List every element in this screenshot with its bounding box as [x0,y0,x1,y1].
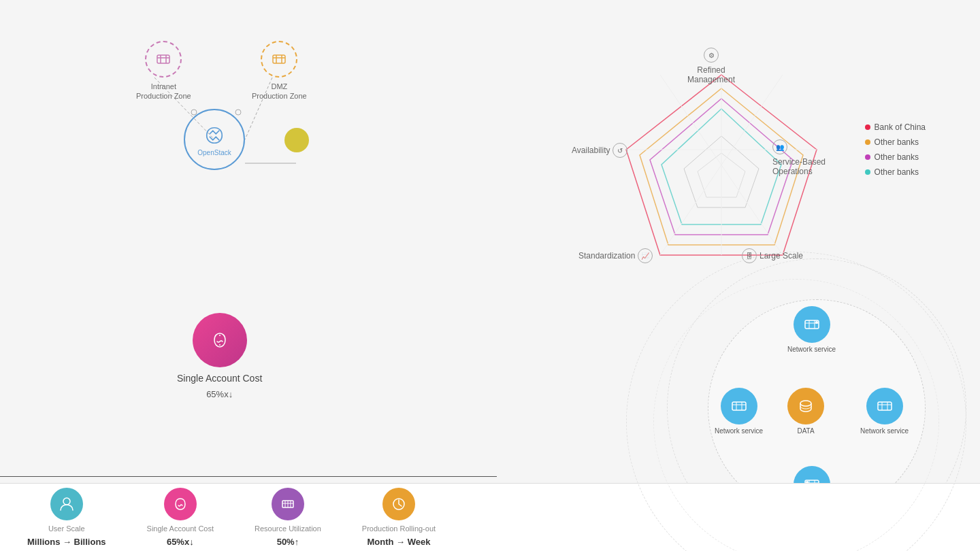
legend-label-other2: Other banks [875,152,919,162]
stat-icon-prod [382,488,415,520]
radar-label-left: Availability ↺ [572,143,627,158]
service-label-right: Network service [860,427,909,435]
radar-label-top: ⚙ RefinedManagement [687,48,735,84]
legend-other-1: Other banks [865,137,926,147]
openstack-node: OpenStack [184,109,245,170]
legend-dot-boc [865,124,870,130]
stat-resource-util: Resource Utilization 50%↑ [255,488,321,547]
service-ops-icon: 👥 [772,139,787,154]
dmz-node: DMZProduction Zone [252,41,307,101]
legend-label-boc: Bank of China [875,122,926,132]
service-icon-center [787,388,824,424]
service-label-top: Network service [787,346,836,353]
service-node-right: Network service [860,388,909,435]
cost-icon-circle [193,313,247,367]
service-node-left: Network service [715,388,763,435]
dmz-circle [261,41,297,78]
cost-section: Single Account Cost 65%x↓ [177,313,262,399]
yellow-dot [284,128,309,152]
svg-point-24 [63,498,70,505]
stat-label-user-scale: User Scale [48,524,85,533]
stat-value-user-scale: Millions → Billions [27,537,106,547]
stat-icon-user-scale [50,488,83,520]
legend-dot-other3 [865,169,870,175]
large-scale-icon: 🗄 [742,248,757,263]
legend-label-other3: Other banks [875,167,919,177]
legend-bank-of-china: Bank of China [865,122,926,132]
legend-dot-other1 [865,139,870,145]
svg-rect-6 [273,55,285,63]
stat-label-prod: Production Rolling-out [362,524,436,533]
radar-legend: Bank of China Other banks Other banks Ot… [865,122,926,177]
stat-label-resource: Resource Utilization [255,524,321,533]
service-icon-left [721,388,757,424]
svg-point-18 [815,321,818,324]
radar-section: ⚙ RefinedManagement Availability ↺ 👥 Ser… [572,41,926,299]
openstack-circle: OpenStack [184,109,245,170]
cost-label: Single Account Cost [177,373,262,384]
service-node-center: DATA [787,388,824,435]
service-label-left: Network service [715,427,763,435]
availability-label: Availability [572,146,610,155]
intranet-node: IntranetProduction Zone [136,41,191,101]
stat-prod-rolling: Production Rolling-out Month → Week [362,488,436,547]
radar-label-bottom-left: Standardization 📈 [578,248,653,263]
service-icon-top [794,306,830,343]
legend-other-3: Other banks [865,167,926,177]
availability-icon: ↺ [612,143,627,158]
service-icon-right [866,388,903,424]
svg-point-20 [800,401,811,406]
stat-user-scale: User Scale Millions → Billions [27,488,106,547]
stats-bar: User Scale Millions → Billions Single Ac… [0,483,980,551]
refined-mgmt-icon: ⚙ [704,48,719,63]
stat-label-account-cost: Single Account Cost [147,524,214,533]
svg-rect-19 [732,402,746,410]
stat-icon-account-cost [164,488,197,520]
stat-icon-resource [272,488,304,520]
service-label-center: DATA [797,427,814,435]
stat-account-cost: Single Account Cost 65%x↓ [147,488,214,547]
stat-value-account-cost: 65%x↓ [167,537,194,547]
dmz-label: DMZProduction Zone [252,82,307,101]
cost-value: 65%x↓ [206,389,233,399]
intranet-label: IntranetProduction Zone [136,82,191,101]
legend-label-other1: Other banks [875,137,919,147]
standardization-icon: 📈 [638,248,653,263]
radar-label-right: 👥 Service-BasedOperations [772,139,826,176]
svg-rect-21 [878,402,892,410]
horizontal-divider [0,476,497,477]
network-diagram: IntranetProduction Zone DMZProduction Zo… [95,27,368,245]
stat-value-resource: 50%↑ [277,537,299,547]
service-node-top: Network service [787,306,836,353]
legend-other-2: Other banks [865,152,926,162]
svg-rect-5 [157,55,169,63]
legend-dot-other2 [865,154,870,160]
standardization-label: Standardization [578,251,635,261]
intranet-circle [145,41,182,78]
stat-value-prod: Month → Week [367,537,430,547]
openstack-label: OpenStack [197,149,231,156]
